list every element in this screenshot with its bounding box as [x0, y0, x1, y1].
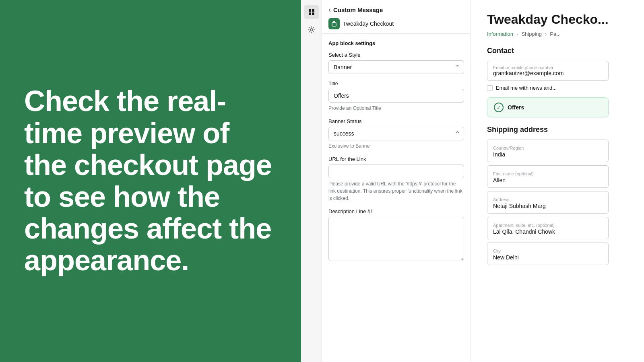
banner-status-select-wrapper: success warning error info ⌃	[328, 127, 464, 140]
country-field: Country/Region India	[487, 140, 609, 162]
breadcrumb-information: Information	[487, 31, 513, 37]
checkout-preview: Tweakday Checko... Information › Shippin…	[471, 0, 625, 362]
style-label: Select a Style	[328, 52, 464, 58]
address-value: Netaji Subhash Marg	[493, 203, 603, 209]
svg-rect-3	[312, 12, 314, 15]
contact-section-title: Contact	[487, 47, 609, 55]
contact-value: grantkautzer@example.com	[493, 70, 603, 76]
url-field-group: URL for the Link Please provide a valid …	[328, 156, 464, 202]
middle-header: ‹ Custom Message Tweakday Checkout	[322, 0, 471, 34]
email-checkbox[interactable]	[487, 85, 493, 91]
breadcrumb: Information › Shipping › Pa...	[487, 31, 609, 37]
checkout-title: Tweakday Checko...	[487, 12, 609, 27]
banner-status-field-group: Banner Status success warning error info…	[328, 118, 464, 150]
first-name-field: First name (optional) Allen	[487, 165, 609, 188]
city-value: New Delhi	[493, 254, 603, 261]
contact-placeholder-label: Email or mobile phone number	[493, 65, 603, 70]
city-label: City	[493, 249, 501, 253]
breadcrumb-payment: Pa...	[550, 31, 561, 37]
breadcrumb-shipping: Shipping	[521, 31, 542, 37]
main-heading: Check the real-time preview of the check…	[24, 85, 277, 276]
banner-status-hint: Exclusive to Banner	[328, 142, 464, 150]
country-value: India	[493, 151, 603, 158]
apt-value: Lal Qila, Chandni Chowk	[493, 228, 603, 235]
settings-icon-btn[interactable]	[304, 23, 319, 37]
blocks-icon-btn[interactable]	[304, 5, 319, 19]
banner-status-select[interactable]: success warning error info	[328, 127, 464, 140]
bag-icon	[331, 21, 337, 27]
address-field: Address Netaji Subhash Marg	[487, 191, 609, 214]
sidebar	[301, 0, 322, 362]
url-input[interactable]	[328, 165, 464, 178]
desc-field-group: Description Line #1	[328, 208, 464, 263]
first-name-label: First name (optional)	[493, 171, 534, 176]
shipping-section-title: Shipping address	[487, 125, 609, 134]
left-panel: Check the real-time preview of the check…	[0, 0, 301, 362]
apt-field: Apartment, suite, etc. (optional) Lal Qi…	[487, 217, 609, 239]
back-row: ‹ Custom Message	[328, 6, 464, 14]
desc-textarea[interactable]	[328, 217, 464, 261]
title-label: Title	[328, 80, 464, 86]
url-hint: Please provide a valid URL with the 'htt…	[328, 180, 464, 202]
svg-rect-2	[309, 12, 311, 15]
offer-text: Offers	[508, 104, 524, 111]
banner-status-label: Banner Status	[328, 118, 464, 124]
city-field: City New Delhi	[487, 243, 609, 265]
url-label: URL for the Link	[328, 156, 464, 162]
email-checkbox-label: Email me with news and...	[496, 85, 557, 91]
middle-panel: ‹ Custom Message Tweakday Checkout App b…	[322, 0, 471, 362]
svg-rect-0	[309, 9, 311, 12]
svg-point-4	[310, 29, 313, 31]
blocks-icon	[308, 8, 316, 16]
breadcrumb-sep-1: ›	[516, 31, 518, 37]
app-name: Tweakday Checkout	[343, 21, 394, 27]
title-input[interactable]	[328, 89, 464, 103]
settings-content: App block settings Select a Style Banner…	[322, 34, 471, 362]
address-label: Address	[493, 197, 509, 202]
offer-banner: ✓ Offers	[487, 97, 609, 117]
contact-input-wrapper: Email or mobile phone number grantkautze…	[487, 61, 609, 81]
back-title: Custom Message	[333, 6, 383, 13]
svg-rect-1	[312, 9, 314, 12]
email-checkbox-row: Email me with news and...	[487, 85, 609, 91]
title-field-group: Title Provide an Optional Title	[328, 80, 464, 112]
apt-label: Apartment, suite, etc. (optional)	[493, 223, 555, 228]
app-row: Tweakday Checkout	[328, 18, 464, 29]
style-select-wrapper: Banner Inline Popup ⌃	[328, 60, 464, 74]
offer-check-icon: ✓	[494, 103, 504, 112]
settings-icon	[308, 26, 316, 34]
settings-section-title: App block settings	[328, 40, 464, 46]
breadcrumb-sep-2: ›	[545, 31, 547, 37]
desc-label: Description Line #1	[328, 208, 464, 214]
back-arrow-icon[interactable]: ‹	[328, 6, 331, 14]
style-select[interactable]: Banner Inline Popup	[328, 60, 464, 74]
title-hint: Provide an Optional Title	[328, 105, 464, 112]
svg-rect-5	[332, 23, 336, 26]
style-field-group: Select a Style Banner Inline Popup ⌃	[328, 52, 464, 74]
app-icon	[328, 18, 340, 29]
right-panel: Tweakday Checko... Information › Shippin…	[471, 0, 625, 362]
country-label: Country/Region	[493, 146, 524, 150]
first-name-value: Allen	[493, 177, 603, 183]
